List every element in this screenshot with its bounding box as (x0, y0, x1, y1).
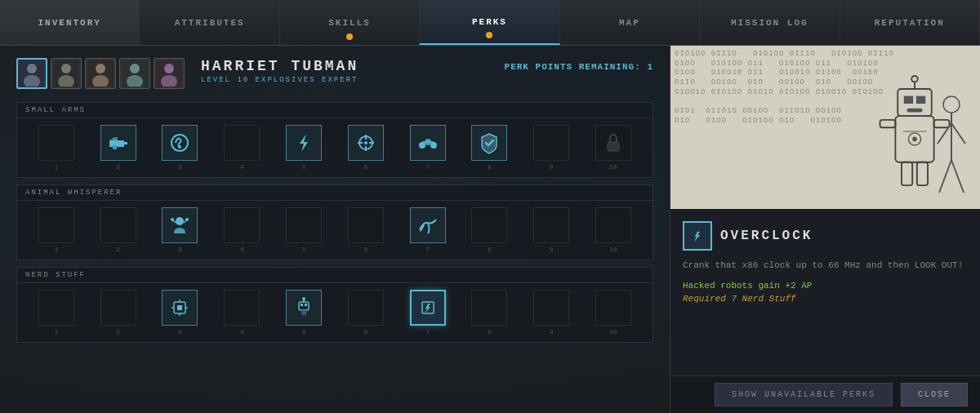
animal-slot-7[interactable]: 7 (397, 207, 459, 253)
svg-rect-46 (305, 304, 307, 306)
animal-slot-8[interactable]: 8 (459, 207, 521, 253)
small-arms-icon-1 (38, 125, 74, 161)
robot-small-icon (292, 295, 316, 320)
nav-perks[interactable]: PERKS (420, 0, 559, 45)
nerd-slot-8[interactable]: 8 (459, 290, 521, 335)
char-info: HARRIET TUBMAN LEVEL 10 EXPLOSIVES EXPER… (201, 58, 488, 84)
nerd-slot-6[interactable]: 6 (335, 290, 397, 335)
animal-whisperer-slots: 1 2 (17, 201, 653, 260)
nerd-slot-3[interactable]: 3 (149, 290, 212, 335)
nerd-stuff-category: NERD STUFF 1 2 (16, 267, 653, 343)
nerd-slot-7[interactable]: 7 (397, 290, 459, 335)
nerd-icon-6 (348, 290, 384, 326)
animal-icon-7 (410, 207, 446, 243)
small-arms-num-2: 2 (116, 163, 120, 171)
animal-slot-6[interactable]: 6 (335, 207, 397, 253)
nerd-icon-1 (38, 290, 74, 326)
group-icon (416, 131, 440, 155)
svg-point-10 (130, 64, 140, 73)
svg-line-70 (939, 160, 951, 193)
overclock-detail-icon (684, 223, 710, 249)
show-unavailable-button[interactable]: SHOW UNAVAILABLE PERKS (715, 383, 893, 406)
small-arms-slot-1[interactable]: 1 (25, 125, 87, 171)
overclock-icon (416, 295, 440, 320)
small-arms-slot-5[interactable]: 5 (273, 125, 335, 171)
animal-perk-icon (167, 213, 192, 238)
small-arms-slot-8[interactable]: 8 (459, 125, 521, 171)
char-header: HARRIET TUBMAN LEVEL 10 EXPLOSIVES EXPER… (16, 58, 653, 92)
svg-point-65 (912, 137, 917, 142)
portrait-4[interactable] (119, 58, 150, 89)
animal-slot-3[interactable]: 3 (149, 207, 212, 253)
human-silhouette (931, 95, 972, 209)
nav-inventory[interactable]: INVENTORY (0, 0, 140, 45)
nav-attributes[interactable]: ATTRIBUTES (140, 0, 279, 45)
small-arms-slot-6[interactable]: 6 (335, 125, 397, 171)
nerd-slot-10[interactable]: 10 (582, 290, 644, 335)
nav-skills[interactable]: SKILLS (280, 0, 420, 45)
small-arms-icon-7 (410, 125, 446, 161)
portrait-3[interactable] (85, 58, 116, 89)
nerd-slot-4[interactable]: 4 (211, 290, 273, 335)
small-arms-slot-10[interactable]: 10 (582, 125, 644, 171)
animal-slot-1[interactable]: 1 (25, 207, 87, 253)
svg-point-36 (171, 218, 174, 221)
nav-map[interactable]: MAP (560, 0, 700, 45)
svg-point-58 (911, 76, 918, 82)
nav-reputation[interactable]: REPUTATION (840, 0, 980, 45)
char-name: HARRIET TUBMAN (201, 58, 488, 74)
nerd-icon-4 (224, 290, 260, 326)
animal-icon-5 (286, 207, 322, 243)
animal-slot-2[interactable]: 2 (87, 207, 149, 253)
animal-icon-3 (162, 207, 198, 243)
svg-rect-59 (880, 120, 896, 127)
small-arms-slot-9[interactable]: 9 (520, 125, 582, 171)
animal-slot-4[interactable]: 4 (211, 207, 273, 253)
animal-slot-9[interactable]: 9 (520, 207, 582, 253)
svg-point-66 (943, 96, 960, 113)
portrait-4-image (122, 60, 148, 87)
top-navigation: INVENTORY ATTRIBUTES SKILLS PERKS MAP MI… (0, 0, 980, 46)
nerd-slot-1[interactable]: 1 (25, 290, 87, 335)
nerd-slot-5[interactable]: 5 (273, 290, 335, 335)
svg-rect-56 (907, 109, 923, 113)
swirl-icon (167, 131, 192, 155)
svg-marker-21 (300, 134, 308, 152)
small-arms-icon-10 (595, 125, 631, 161)
small-arms-icon-5 (286, 125, 322, 161)
small-arms-slot-2[interactable]: 2 (87, 125, 149, 171)
small-arms-num-7: 7 (425, 163, 430, 171)
portrait-2-image (53, 60, 79, 87)
small-arms-slot-3[interactable]: 3 (149, 125, 212, 171)
close-button[interactable]: CLOSE (901, 383, 968, 406)
small-arms-num-4: 4 (240, 163, 244, 171)
small-arms-slot-4[interactable]: 4 (211, 125, 273, 171)
nerd-slot-9[interactable]: 9 (520, 290, 582, 335)
nerd-icon-2 (100, 290, 136, 326)
svg-rect-62 (917, 162, 928, 185)
small-arms-num-9: 9 (550, 163, 554, 171)
main-content: HARRIET TUBMAN LEVEL 10 EXPLOSIVES EXPER… (0, 46, 980, 413)
nerd-slot-2[interactable]: 2 (87, 290, 149, 335)
svg-point-13 (164, 64, 174, 73)
small-arms-icon-6 (348, 125, 384, 161)
animal-icon-8 (471, 207, 507, 243)
perks-alert-dot (486, 32, 492, 38)
portrait-5[interactable] (154, 58, 185, 89)
animal-slot-10[interactable]: 10 (582, 207, 644, 253)
svg-line-69 (951, 123, 965, 144)
small-arms-num-8: 8 (488, 163, 492, 171)
svg-rect-47 (301, 310, 306, 315)
portrait-2[interactable] (51, 58, 82, 89)
small-arms-slot-7[interactable]: 7 (397, 125, 459, 171)
nerd-stuff-header: NERD STUFF (17, 268, 653, 283)
svg-point-4 (61, 64, 71, 73)
perk-detail: OVERCLOCK Crank that x86 clock up to 66 … (670, 209, 980, 375)
char-level: LEVEL 10 EXPLOSIVES EXPERT (201, 76, 488, 84)
portrait-1[interactable] (16, 58, 47, 89)
animal-slot-5[interactable]: 5 (273, 207, 335, 253)
nav-mission-log[interactable]: MISSION LOG (700, 0, 840, 45)
perk-detail-header: OVERCLOCK (683, 221, 968, 251)
svg-point-7 (96, 64, 105, 73)
nerd-icon-10 (595, 290, 631, 326)
